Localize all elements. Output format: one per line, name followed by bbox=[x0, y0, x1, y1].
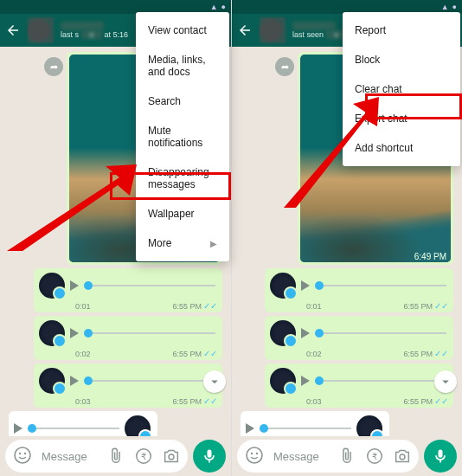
back-icon[interactable] bbox=[5, 23, 21, 38]
play-icon[interactable] bbox=[14, 423, 22, 434]
chevron-down-icon bbox=[207, 374, 222, 389]
message-input[interactable]: Message ₹ bbox=[5, 440, 188, 473]
voice-track[interactable] bbox=[315, 380, 446, 382]
voice-avatar bbox=[39, 273, 65, 299]
attach-icon[interactable] bbox=[106, 447, 125, 466]
contact-name[interactable] bbox=[292, 22, 336, 30]
voice-message[interactable]: 0:01 6:55 PM✓✓ bbox=[265, 268, 453, 312]
play-icon[interactable] bbox=[301, 376, 310, 386]
emoji-icon[interactable] bbox=[244, 445, 265, 468]
svg-point-3 bbox=[15, 447, 30, 463]
read-ticks-icon: ✓✓ bbox=[203, 301, 217, 311]
svg-text:₹: ₹ bbox=[141, 452, 146, 461]
contact-name[interactable] bbox=[61, 22, 104, 30]
voice-track[interactable] bbox=[28, 428, 119, 429]
scroll-down-button[interactable] bbox=[203, 370, 226, 393]
voice-message[interactable]: 0:02 6:55 PM✓✓ bbox=[34, 316, 222, 360]
overflow-menu: View contact Media, links, and docs Sear… bbox=[136, 12, 229, 261]
svg-point-5 bbox=[24, 452, 26, 453]
svg-point-18 bbox=[400, 454, 405, 460]
voice-duration: 0:03 bbox=[306, 397, 322, 406]
voice-track[interactable] bbox=[315, 285, 446, 286]
mic-button[interactable] bbox=[424, 440, 457, 473]
menu-mute[interactable]: Mute notifications bbox=[136, 116, 229, 158]
contact-avatar[interactable] bbox=[260, 17, 286, 43]
composer: Message ₹ bbox=[232, 436, 462, 476]
svg-point-14 bbox=[251, 452, 253, 453]
photo-timestamp: 6:49 PM bbox=[414, 252, 446, 261]
voice-duration: 0:01 bbox=[306, 302, 322, 311]
voice-duration: 0:02 bbox=[75, 350, 91, 358]
attach-icon[interactable] bbox=[337, 447, 356, 466]
menu-wallpaper[interactable]: Wallpaper bbox=[136, 199, 229, 228]
voice-duration: 0:02 bbox=[306, 350, 322, 358]
rupee-icon[interactable]: ₹ bbox=[134, 447, 153, 466]
chevron-down-icon bbox=[438, 374, 453, 389]
voice-message-in[interactable]: 0:02 7:00 PM bbox=[9, 411, 157, 436]
read-ticks-icon: ✓✓ bbox=[434, 349, 448, 358]
screen-right: ▲● last seen x PI ➦ 6:49 PM 0:01 6:55 PM… bbox=[231, 0, 462, 476]
voice-track[interactable] bbox=[260, 428, 351, 429]
menu-search[interactable]: Search bbox=[136, 87, 229, 116]
menu-more[interactable]: More▶ bbox=[136, 228, 229, 258]
rupee-icon[interactable]: ₹ bbox=[365, 447, 384, 466]
annotation-arrow bbox=[284, 87, 379, 208]
camera-icon[interactable] bbox=[393, 447, 412, 466]
voice-avatar bbox=[39, 368, 65, 394]
menu-report[interactable]: Report bbox=[343, 16, 460, 45]
forward-icon[interactable]: ➦ bbox=[44, 57, 63, 76]
highlight-box bbox=[365, 93, 462, 119]
voice-timestamp: 6:55 PM bbox=[172, 350, 202, 358]
contact-avatar[interactable] bbox=[28, 17, 54, 43]
read-ticks-icon: ✓✓ bbox=[203, 396, 217, 406]
voice-message[interactable]: 0:03 6:55 PM✓✓ bbox=[265, 363, 453, 408]
voice-timestamp: 6:55 PM bbox=[172, 397, 202, 406]
message-placeholder: Message bbox=[42, 450, 98, 463]
voice-message[interactable]: 0:01 6:55 PM✓✓ bbox=[34, 268, 222, 312]
voice-timestamp: 6:55 PM bbox=[403, 397, 433, 406]
mic-icon bbox=[201, 447, 218, 465]
menu-view-contact[interactable]: View contact bbox=[136, 16, 229, 45]
chevron-right-icon: ▶ bbox=[210, 239, 217, 248]
voice-track[interactable] bbox=[84, 332, 215, 334]
read-ticks-icon: ✓✓ bbox=[203, 349, 217, 358]
scroll-down-button[interactable] bbox=[434, 370, 457, 393]
voice-track[interactable] bbox=[84, 285, 215, 286]
voice-duration: 0:03 bbox=[75, 397, 91, 406]
svg-text:₹: ₹ bbox=[372, 452, 377, 461]
voice-avatar bbox=[270, 273, 296, 299]
menu-block[interactable]: Block bbox=[343, 45, 460, 74]
voice-avatar bbox=[39, 320, 65, 346]
play-icon[interactable] bbox=[246, 423, 254, 434]
last-seen: last s x at 5:16 bbox=[61, 30, 128, 39]
voice-avatar bbox=[125, 415, 151, 436]
voice-track[interactable] bbox=[315, 332, 446, 334]
voice-avatar bbox=[270, 320, 296, 346]
svg-point-8 bbox=[169, 454, 174, 460]
message-input[interactable]: Message ₹ bbox=[237, 440, 419, 473]
mic-button[interactable] bbox=[193, 440, 226, 473]
play-icon[interactable] bbox=[301, 328, 310, 338]
forward-icon[interactable]: ➦ bbox=[275, 57, 294, 76]
voice-message[interactable]: 0:03 6:55 PM✓✓ bbox=[34, 363, 222, 408]
voice-avatar bbox=[356, 415, 382, 436]
back-icon[interactable] bbox=[237, 23, 253, 38]
voice-message-in[interactable]: 0:02 7:00 PM bbox=[241, 411, 389, 436]
svg-point-4 bbox=[19, 452, 21, 453]
camera-icon[interactable] bbox=[162, 447, 181, 466]
play-icon[interactable] bbox=[70, 376, 79, 386]
svg-marker-19 bbox=[284, 97, 379, 208]
play-icon[interactable] bbox=[301, 280, 310, 291]
voice-timestamp: 6:55 PM bbox=[403, 302, 433, 311]
voice-track[interactable] bbox=[84, 380, 215, 382]
read-ticks-icon: ✓✓ bbox=[434, 301, 448, 311]
mic-icon bbox=[432, 447, 449, 465]
voice-message[interactable]: 0:02 6:55 PM✓✓ bbox=[265, 316, 453, 360]
screen-left: ▲● last s x at 5:16 ➦ 6:49 PM 0:01 6:55 … bbox=[0, 0, 231, 476]
voice-timestamp: 6:55 PM bbox=[403, 350, 433, 358]
menu-media-links-docs[interactable]: Media, links, and docs bbox=[136, 45, 229, 87]
emoji-icon[interactable] bbox=[12, 445, 33, 468]
play-icon[interactable] bbox=[70, 328, 79, 338]
composer: Message ₹ bbox=[0, 436, 231, 476]
play-icon[interactable] bbox=[70, 280, 79, 291]
